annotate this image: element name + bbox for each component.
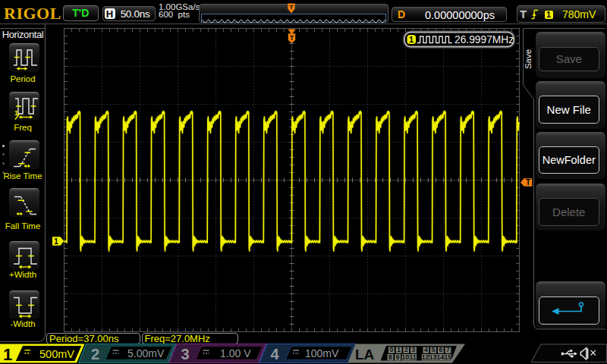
svg-text:1: 1 (3, 345, 12, 364)
svg-text:LA: LA (355, 347, 375, 362)
svg-text:26.9997MHz: 26.9997MHz (454, 34, 514, 46)
svg-text:9: 9 (396, 353, 400, 361)
svg-text:11: 11 (410, 353, 417, 361)
svg-text:13: 13 (429, 353, 437, 361)
svg-text:T: T (526, 178, 530, 187)
svg-text:100mV: 100mV (305, 347, 339, 359)
svg-text:2: 2 (91, 346, 99, 362)
svg-text:3: 3 (181, 346, 190, 362)
svg-text:1: 1 (409, 35, 414, 44)
svg-text:5: 5 (432, 346, 436, 353)
svg-text:14: 14 (436, 353, 444, 361)
svg-text:10: 10 (401, 353, 409, 361)
svg-text:T: T (290, 34, 294, 42)
svg-text:0: 0 (390, 346, 394, 353)
svg-text:5.00mV: 5.00mV (127, 347, 165, 359)
svg-text:6: 6 (439, 346, 442, 353)
svg-text:1: 1 (54, 237, 58, 246)
svg-text:12: 12 (422, 353, 429, 361)
svg-text:1.00 V: 1.00 V (220, 347, 251, 359)
svg-text:15: 15 (444, 353, 451, 361)
svg-text:3: 3 (412, 346, 416, 353)
svg-text:1: 1 (397, 346, 401, 353)
svg-text:500mV: 500mV (39, 348, 74, 360)
svg-text:4: 4 (271, 346, 280, 362)
svg-text:4: 4 (424, 346, 428, 353)
svg-text:7: 7 (446, 346, 450, 353)
svg-text:2: 2 (404, 346, 408, 353)
svg-text:8: 8 (388, 353, 392, 361)
